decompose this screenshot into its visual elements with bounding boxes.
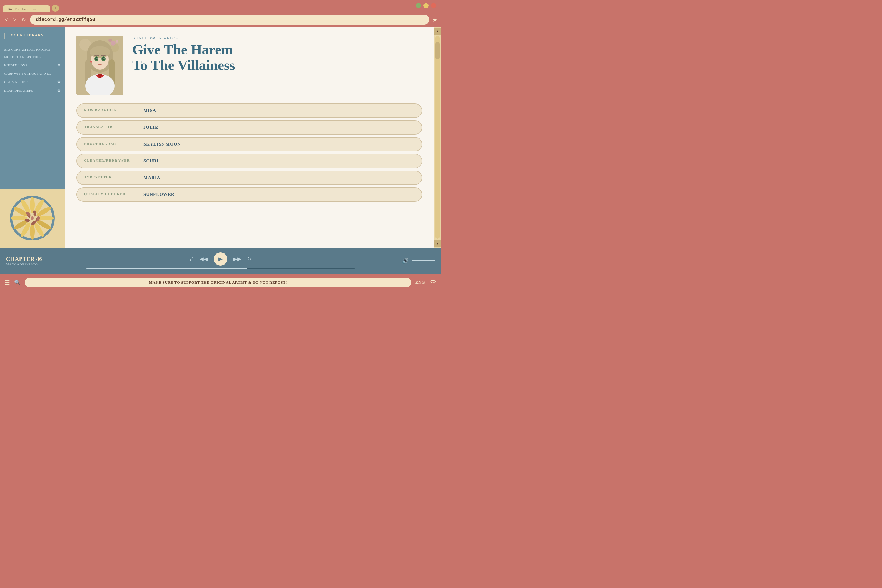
play-button[interactable]: ▶: [214, 252, 227, 266]
credits-section: RAW PROVIDER MISA TRANSLATOR JOLIE PROOF…: [76, 104, 422, 202]
sidebar-item-label: GET MARRIED: [4, 80, 28, 84]
credit-value: SCURI: [136, 154, 422, 168]
sidebar-item[interactable]: HIDDEN LOVE ✿: [0, 61, 64, 70]
sunflower-icon: [9, 195, 56, 242]
svg-point-34: [95, 57, 98, 60]
tab-bar: Give The Harem To... +: [0, 0, 441, 12]
svg-point-38: [90, 61, 92, 63]
credit-label: TYPESETTER: [77, 171, 136, 184]
chapter-source: MANGADEX/BATO: [6, 262, 53, 266]
sidebar-item[interactable]: GET MARRIED ✿: [0, 77, 64, 86]
svg-point-37: [104, 58, 105, 59]
nav-bar: < > ↻ discord.gg/erG2zffq5G ★: [0, 12, 441, 27]
sidebar-item-label: CARP WITH A THOUSAND E...: [4, 72, 52, 75]
shuffle-button[interactable]: ⇄: [189, 256, 194, 262]
forward-button[interactable]: >: [12, 16, 18, 24]
library-icon: |||: [4, 32, 8, 39]
credit-value: SKYLISS MOON: [136, 138, 422, 151]
heart-icon: ✿: [57, 88, 61, 93]
previous-button[interactable]: ◀◀: [200, 256, 208, 262]
volume-section: 🔊: [388, 258, 435, 264]
search-button[interactable]: 🔍: [14, 279, 21, 286]
svg-point-35: [102, 57, 105, 60]
bookmark-icon[interactable]: ★: [432, 16, 438, 23]
sidebar-list: STAR DREAM IDOL PROJECT MORE THAN BROTHE…: [0, 43, 64, 189]
credit-label: PROOFREADER: [77, 138, 136, 151]
credit-row-translator: TRANSLATOR JOLIE: [76, 120, 422, 135]
scroll-track[interactable]: [435, 36, 440, 239]
sidebar-title: YOUR LIBRARY: [10, 33, 44, 38]
credit-value: SUNFLOWER: [136, 188, 422, 201]
repeat-button[interactable]: ↻: [247, 256, 252, 262]
player-controls: ⇄ ◀◀ ▶ ▶▶ ↻: [53, 252, 388, 269]
manga-cover: [76, 36, 123, 94]
credit-label: TRANSLATOR: [77, 121, 136, 134]
main-layout: ||| YOUR LIBRARY STAR DREAM IDOL PROJECT…: [0, 27, 441, 248]
credit-row-raw-provider: RAW PROVIDER MISA: [76, 104, 422, 118]
scroll-up-button[interactable]: ▲: [434, 28, 441, 35]
sidebar-item[interactable]: DEAR DREAMERS ✿: [0, 86, 64, 95]
next-button[interactable]: ▶▶: [233, 256, 242, 262]
credit-row-quality-checker: QUALITY CHECKER SUNFLOWER: [76, 187, 422, 202]
back-button[interactable]: <: [3, 16, 9, 24]
language-selector[interactable]: ENG: [416, 280, 425, 285]
svg-point-40: [111, 41, 116, 46]
manga-title: Give The Harem To The Villainess: [132, 42, 422, 73]
sidebar-item[interactable]: STAR DREAM IDOL PROJECT: [0, 46, 64, 53]
sidebar: ||| YOUR LIBRARY STAR DREAM IDOL PROJECT…: [0, 27, 64, 248]
wifi-icon: [429, 279, 436, 286]
add-tab-button[interactable]: +: [52, 5, 59, 12]
sidebar-item[interactable]: MORE THAN BROTHERS: [0, 53, 64, 61]
content-area: SUNFLOWER PATCH Give The Harem To The Vi…: [64, 27, 434, 248]
minimize-button[interactable]: [416, 3, 421, 8]
play-icon: ▶: [219, 256, 222, 262]
progress-fill: [86, 268, 247, 269]
sidebar-item-label: DEAR DREAMERS: [4, 89, 33, 92]
chapter-number: CHAPTER 46: [6, 256, 53, 262]
volume-icon: 🔊: [402, 258, 409, 264]
credit-value: MISA: [136, 104, 422, 117]
menu-button[interactable]: ☰: [5, 279, 10, 286]
credit-label: CLEANER/REDRAWER: [77, 154, 136, 168]
tab-label: Give The Harem To...: [8, 7, 36, 10]
window-controls: [416, 3, 436, 8]
maximize-button[interactable]: [423, 3, 429, 8]
scrollbar: ▲ ▼: [434, 27, 441, 248]
player-bar: CHAPTER 46 MANGADEX/BATO ⇄ ◀◀ ▶ ▶▶ ↻ 🔊: [0, 248, 441, 274]
add-tab-icon: +: [54, 6, 57, 11]
svg-point-4: [38, 216, 54, 220]
credit-row-cleaner: CLEANER/REDRAWER SCURI: [76, 154, 422, 168]
credit-label: QUALITY CHECKER: [77, 188, 136, 201]
svg-point-31: [90, 46, 110, 58]
svg-point-7: [30, 223, 35, 240]
credit-value: MARIA: [136, 171, 422, 184]
credit-row-typesetter: TYPESETTER MARIA: [76, 171, 422, 185]
sidebar-item-label: HIDDEN LOVE: [4, 63, 28, 67]
sidebar-header: ||| YOUR LIBRARY: [0, 27, 64, 43]
address-bar[interactable]: discord.gg/erG2zffq5G: [30, 15, 429, 25]
credit-value: JOLIE: [136, 121, 422, 134]
scroll-thumb[interactable]: [435, 42, 440, 59]
sidebar-item-label: STAR DREAM IDOL PROJECT: [4, 48, 51, 51]
credit-row-proofreader: PROOFREADER SKYLISS MOON: [76, 137, 422, 152]
scroll-down-button[interactable]: ▼: [434, 240, 441, 247]
browser-chrome: Give The Harem To... + < > ↻ discord.gg/…: [0, 0, 441, 27]
sidebar-item[interactable]: CARP WITH A THOUSAND E...: [0, 70, 64, 77]
bottom-notice: MAKE SURE TO SUPPORT THE ORIGINAL ARTIST…: [25, 278, 411, 287]
manga-header: SUNFLOWER PATCH Give The Harem To The Vi…: [76, 36, 422, 94]
control-buttons: ⇄ ◀◀ ▶ ▶▶ ↻: [189, 252, 252, 266]
manga-title-line2: To The Villainess: [132, 57, 235, 73]
progress-bar[interactable]: [86, 268, 355, 269]
active-tab[interactable]: Give The Harem To...: [3, 5, 50, 12]
credit-label: RAW PROVIDER: [77, 104, 136, 117]
volume-bar[interactable]: [412, 260, 435, 261]
manga-subtitle: SUNFLOWER PATCH: [132, 36, 422, 40]
svg-point-22: [31, 216, 33, 220]
manga-info: SUNFLOWER PATCH Give The Harem To The Vi…: [132, 36, 422, 73]
heart-icon: ✿: [57, 80, 61, 84]
sidebar-logo: [0, 189, 64, 248]
close-button[interactable]: [431, 3, 436, 8]
refresh-button[interactable]: ↻: [20, 15, 27, 24]
svg-point-36: [97, 58, 98, 59]
bottom-bar: ☰ 🔍 MAKE SURE TO SUPPORT THE ORIGINAL AR…: [0, 274, 441, 291]
